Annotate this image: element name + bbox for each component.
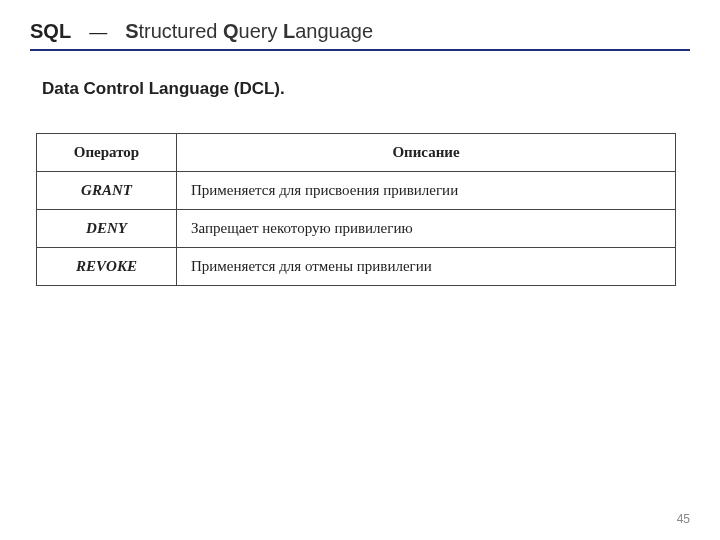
title-anguage: anguage: [295, 20, 373, 42]
table-row: GRANT Применяется для присвоения привиле…: [37, 172, 676, 210]
op-desc: Применяется для присвоения привилегии: [177, 172, 676, 210]
header: SQL — Structured Query Language: [30, 20, 690, 51]
title-s: S: [125, 20, 138, 42]
table-header-row: Оператор Описание: [37, 134, 676, 172]
table-row: REVOKE Применяется для отмены привилегии: [37, 248, 676, 286]
col-description: Описание: [177, 134, 676, 172]
title-tructured: tructured: [138, 20, 222, 42]
sql-label: SQL: [30, 20, 71, 43]
col-operator: Оператор: [37, 134, 177, 172]
table-row: DENY Запрещает некоторую привилегию: [37, 210, 676, 248]
title-l: L: [283, 20, 295, 42]
page-number: 45: [677, 512, 690, 526]
title-q: Q: [223, 20, 239, 42]
op-name: DENY: [37, 210, 177, 248]
op-name: REVOKE: [37, 248, 177, 286]
page-title: Structured Query Language: [125, 20, 373, 43]
op-desc: Применяется для отмены привилегии: [177, 248, 676, 286]
section-title: Data Control Language (DCL).: [42, 79, 690, 99]
dash: —: [89, 22, 107, 43]
title-uery: uery: [239, 20, 283, 42]
op-desc: Запрещает некоторую привилегию: [177, 210, 676, 248]
operators-table: Оператор Описание GRANT Применяется для …: [36, 133, 676, 286]
op-name: GRANT: [37, 172, 177, 210]
